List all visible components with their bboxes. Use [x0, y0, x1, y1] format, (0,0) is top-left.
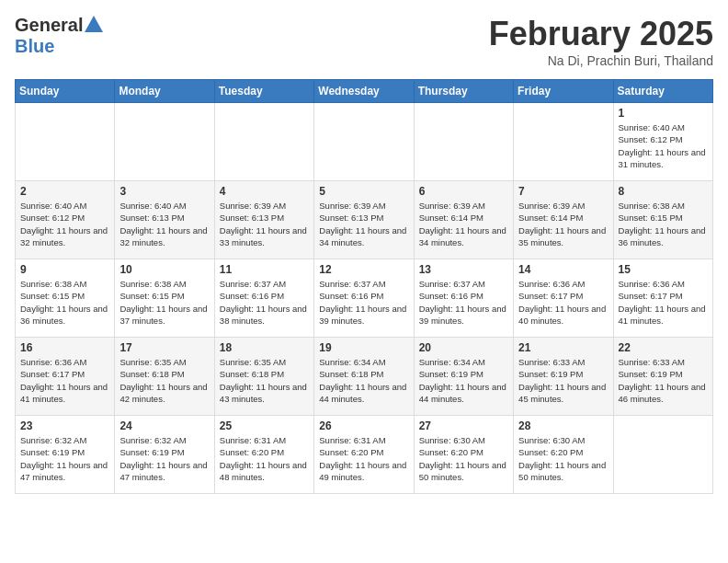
day-number: 13: [419, 263, 508, 276]
day-number: 18: [220, 341, 309, 354]
day-info: Sunrise: 6:31 AM Sunset: 6:20 PM Dayligh…: [220, 434, 309, 483]
calendar-cell: 21Sunrise: 6:33 AM Sunset: 6:19 PM Dayli…: [514, 338, 613, 416]
day-number: 7: [518, 185, 608, 198]
day-number: 12: [319, 263, 408, 276]
day-number: 21: [518, 341, 608, 354]
day-number: 1: [619, 107, 708, 120]
day-number: 6: [419, 185, 508, 198]
day-number: 2: [20, 185, 109, 198]
logo-blue-text: Blue: [15, 36, 54, 57]
calendar-week-row: 16Sunrise: 6:36 AM Sunset: 6:17 PM Dayli…: [16, 338, 713, 416]
day-number: 22: [619, 341, 708, 354]
calendar-cell: 15Sunrise: 6:36 AM Sunset: 6:17 PM Dayli…: [613, 259, 712, 338]
calendar-table: SundayMondayTuesdayWednesdayThursdayFrid…: [15, 79, 713, 494]
day-header-monday: Monday: [115, 80, 214, 103]
day-header-friday: Friday: [514, 80, 613, 103]
day-info: Sunrise: 6:36 AM Sunset: 6:17 PM Dayligh…: [20, 356, 109, 405]
calendar-cell: [115, 103, 214, 181]
calendar-cell: 12Sunrise: 6:37 AM Sunset: 6:16 PM Dayli…: [314, 259, 414, 338]
location-text: Na Di, Prachin Buri, Thailand: [489, 53, 713, 68]
calendar-cell: 1Sunrise: 6:40 AM Sunset: 6:12 PM Daylig…: [613, 103, 712, 181]
calendar-cell: 22Sunrise: 6:33 AM Sunset: 6:19 PM Dayli…: [613, 338, 712, 416]
calendar-cell: [414, 103, 513, 181]
day-number: 27: [419, 419, 508, 432]
day-number: 11: [220, 263, 309, 276]
day-number: 23: [20, 419, 109, 432]
day-info: Sunrise: 6:36 AM Sunset: 6:17 PM Dayligh…: [619, 278, 708, 327]
day-info: Sunrise: 6:37 AM Sunset: 6:16 PM Dayligh…: [419, 278, 508, 327]
day-info: Sunrise: 6:39 AM Sunset: 6:13 PM Dayligh…: [319, 200, 408, 248]
day-info: Sunrise: 6:37 AM Sunset: 6:16 PM Dayligh…: [319, 278, 408, 327]
day-info: Sunrise: 6:39 AM Sunset: 6:14 PM Dayligh…: [419, 200, 508, 248]
month-title: February 2025: [489, 15, 713, 53]
day-number: 28: [518, 419, 608, 432]
calendar-cell: [314, 103, 414, 181]
day-info: Sunrise: 6:36 AM Sunset: 6:17 PM Dayligh…: [518, 278, 608, 327]
calendar-cell: 23Sunrise: 6:32 AM Sunset: 6:19 PM Dayli…: [16, 416, 115, 494]
calendar-cell: [214, 103, 313, 181]
day-info: Sunrise: 6:32 AM Sunset: 6:19 PM Dayligh…: [20, 434, 109, 483]
day-header-tuesday: Tuesday: [214, 80, 313, 103]
calendar-cell: [613, 416, 712, 494]
calendar-cell: 28Sunrise: 6:30 AM Sunset: 6:20 PM Dayli…: [514, 416, 613, 494]
day-info: Sunrise: 6:38 AM Sunset: 6:15 PM Dayligh…: [119, 278, 209, 327]
day-number: 8: [619, 185, 708, 198]
calendar-week-row: 2Sunrise: 6:40 AM Sunset: 6:12 PM Daylig…: [16, 181, 713, 259]
day-header-wednesday: Wednesday: [314, 80, 414, 103]
day-info: Sunrise: 6:34 AM Sunset: 6:19 PM Dayligh…: [419, 356, 508, 405]
day-number: 4: [220, 185, 309, 198]
header-row: SundayMondayTuesdayWednesdayThursdayFrid…: [16, 80, 713, 103]
day-info: Sunrise: 6:32 AM Sunset: 6:19 PM Dayligh…: [119, 434, 209, 483]
calendar-cell: 27Sunrise: 6:30 AM Sunset: 6:20 PM Dayli…: [414, 416, 513, 494]
day-header-thursday: Thursday: [414, 80, 513, 103]
title-block: February 2025 Na Di, Prachin Buri, Thail…: [489, 15, 713, 68]
day-info: Sunrise: 6:40 AM Sunset: 6:12 PM Dayligh…: [20, 200, 109, 248]
calendar-week-row: 23Sunrise: 6:32 AM Sunset: 6:19 PM Dayli…: [16, 416, 713, 494]
calendar-cell: [16, 103, 115, 181]
day-info: Sunrise: 6:30 AM Sunset: 6:20 PM Dayligh…: [518, 434, 608, 483]
day-info: Sunrise: 6:31 AM Sunset: 6:20 PM Dayligh…: [319, 434, 408, 483]
logo-arrow-icon: [85, 16, 103, 32]
calendar-cell: 26Sunrise: 6:31 AM Sunset: 6:20 PM Dayli…: [314, 416, 414, 494]
calendar-cell: 7Sunrise: 6:39 AM Sunset: 6:14 PM Daylig…: [514, 181, 613, 259]
day-info: Sunrise: 6:30 AM Sunset: 6:20 PM Dayligh…: [419, 434, 508, 483]
day-info: Sunrise: 6:35 AM Sunset: 6:18 PM Dayligh…: [119, 356, 209, 405]
day-header-saturday: Saturday: [613, 80, 712, 103]
day-number: 16: [20, 341, 109, 354]
calendar-cell: 6Sunrise: 6:39 AM Sunset: 6:14 PM Daylig…: [414, 181, 513, 259]
day-info: Sunrise: 6:38 AM Sunset: 6:15 PM Dayligh…: [20, 278, 109, 327]
calendar-cell: 8Sunrise: 6:38 AM Sunset: 6:15 PM Daylig…: [613, 181, 712, 259]
calendar-cell: 16Sunrise: 6:36 AM Sunset: 6:17 PM Dayli…: [16, 338, 115, 416]
day-number: 19: [319, 341, 408, 354]
day-number: 14: [518, 263, 608, 276]
day-info: Sunrise: 6:33 AM Sunset: 6:19 PM Dayligh…: [619, 356, 708, 405]
day-info: Sunrise: 6:39 AM Sunset: 6:14 PM Dayligh…: [518, 200, 608, 248]
logo: General Blue: [15, 15, 103, 57]
calendar-cell: 10Sunrise: 6:38 AM Sunset: 6:15 PM Dayli…: [115, 259, 214, 338]
calendar-cell: 11Sunrise: 6:37 AM Sunset: 6:16 PM Dayli…: [214, 259, 313, 338]
calendar-cell: 18Sunrise: 6:35 AM Sunset: 6:18 PM Dayli…: [214, 338, 313, 416]
day-info: Sunrise: 6:40 AM Sunset: 6:13 PM Dayligh…: [119, 200, 209, 248]
day-info: Sunrise: 6:33 AM Sunset: 6:19 PM Dayligh…: [518, 356, 608, 405]
calendar-week-row: 9Sunrise: 6:38 AM Sunset: 6:15 PM Daylig…: [16, 259, 713, 338]
day-number: 9: [20, 263, 109, 276]
calendar-cell: 14Sunrise: 6:36 AM Sunset: 6:17 PM Dayli…: [514, 259, 613, 338]
day-number: 5: [319, 185, 408, 198]
day-info: Sunrise: 6:35 AM Sunset: 6:18 PM Dayligh…: [220, 356, 309, 405]
calendar-cell: 19Sunrise: 6:34 AM Sunset: 6:18 PM Dayli…: [314, 338, 414, 416]
day-info: Sunrise: 6:34 AM Sunset: 6:18 PM Dayligh…: [319, 356, 408, 405]
calendar-cell: 2Sunrise: 6:40 AM Sunset: 6:12 PM Daylig…: [16, 181, 115, 259]
logo-general-text: General: [15, 15, 83, 36]
calendar-cell: 4Sunrise: 6:39 AM Sunset: 6:13 PM Daylig…: [214, 181, 313, 259]
calendar-cell: 13Sunrise: 6:37 AM Sunset: 6:16 PM Dayli…: [414, 259, 513, 338]
day-header-sunday: Sunday: [16, 80, 115, 103]
day-number: 20: [419, 341, 508, 354]
calendar-cell: [514, 103, 613, 181]
calendar-cell: 25Sunrise: 6:31 AM Sunset: 6:20 PM Dayli…: [214, 416, 313, 494]
calendar-cell: 20Sunrise: 6:34 AM Sunset: 6:19 PM Dayli…: [414, 338, 513, 416]
day-number: 10: [119, 263, 209, 276]
day-number: 15: [619, 263, 708, 276]
day-number: 24: [119, 419, 209, 432]
day-number: 26: [319, 419, 408, 432]
calendar-cell: 17Sunrise: 6:35 AM Sunset: 6:18 PM Dayli…: [115, 338, 214, 416]
